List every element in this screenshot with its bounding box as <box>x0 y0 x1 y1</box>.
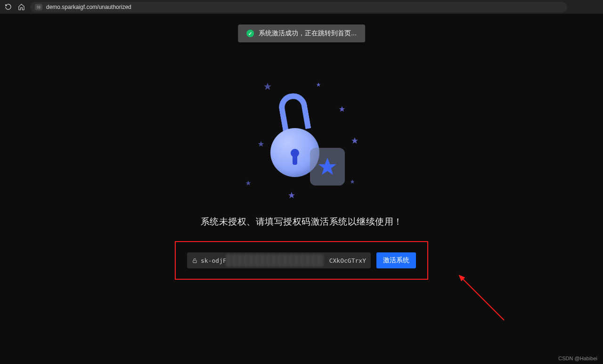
star-icon <box>257 140 265 148</box>
lock-shackle <box>277 91 311 133</box>
star-icon <box>317 156 338 178</box>
license-input-wrap[interactable]: sk-odjF. CXkOcGTrxY <box>187 252 371 268</box>
activate-button[interactable]: 激活系统 <box>376 252 416 268</box>
home-icon[interactable] <box>17 3 25 11</box>
site-settings-icon[interactable] <box>35 4 42 10</box>
star-icon <box>245 180 252 186</box>
page-title: 系统未授权、请填写授权码激活系统以继续使用！ <box>201 216 403 228</box>
star-icon <box>287 191 296 200</box>
watermark: CSDN @Habibei <box>558 356 597 361</box>
star-card <box>310 148 345 186</box>
reload-icon[interactable] <box>4 3 12 11</box>
star-icon <box>350 137 359 145</box>
star-icon <box>338 105 346 113</box>
star-icon <box>350 179 355 185</box>
lock-icon <box>192 258 198 264</box>
url-bar[interactable]: demo.sparkaigf.com/unauthorized <box>30 2 567 12</box>
annotation-arrow <box>452 268 509 325</box>
url-text: demo.sparkaigf.com/unauthorized <box>46 4 131 10</box>
toast-success: ✓ 系统激活成功，正在跳转到首页... <box>238 24 365 42</box>
license-suffix: CXkOcGTrxY <box>329 257 366 264</box>
svg-line-3 <box>459 275 504 320</box>
lock-illustration <box>240 80 363 202</box>
star-icon <box>263 82 272 91</box>
browser-toolbar: demo.sparkaigf.com/unauthorized <box>0 0 603 14</box>
keyhole-icon <box>291 149 299 157</box>
license-redacted <box>226 254 324 267</box>
page-content: ✓ 系统激活成功，正在跳转到首页... 系统未授权、请填写授权码激活系统以继续使… <box>0 14 603 364</box>
star-icon <box>316 82 321 88</box>
svg-rect-2 <box>193 260 197 262</box>
svg-point-0 <box>37 6 38 7</box>
check-icon: ✓ <box>246 30 254 37</box>
svg-point-1 <box>39 7 40 8</box>
toast-message: 系统激活成功，正在跳转到首页... <box>259 29 357 38</box>
activation-form: sk-odjF. CXkOcGTrxY 激活系统 <box>175 241 428 280</box>
